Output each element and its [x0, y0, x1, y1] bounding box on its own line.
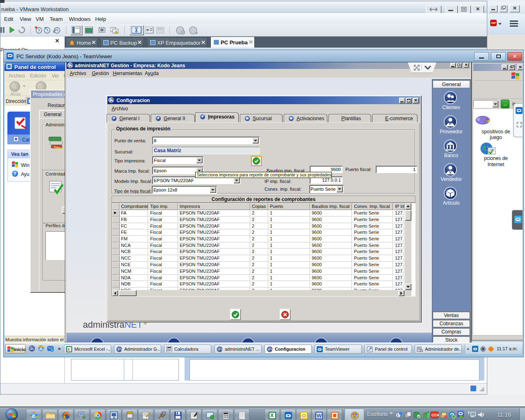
- svg-text:e: e: [40, 346, 42, 351]
- svg-text:P: P: [449, 122, 452, 126]
- svg-text:CC4: CC4: [431, 413, 439, 417]
- svg-text:O: O: [302, 413, 306, 419]
- svg-text:V: V: [449, 170, 452, 174]
- svg-text:W: W: [317, 413, 322, 419]
- svg-text:e: e: [32, 412, 35, 419]
- svg-text:X: X: [270, 413, 274, 418]
- svg-text:i: i: [397, 413, 398, 418]
- svg-text:X: X: [67, 347, 70, 352]
